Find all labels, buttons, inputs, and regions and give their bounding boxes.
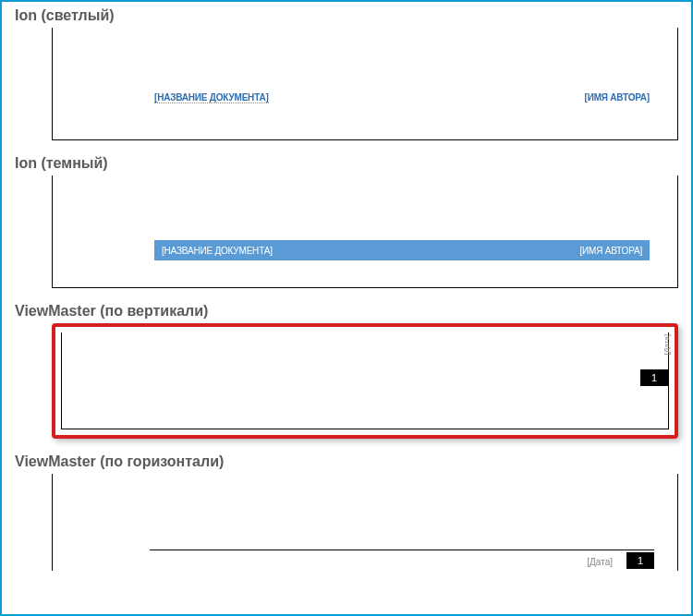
- section-title: ViewMaster (по вертикали): [15, 303, 678, 320]
- author-placeholder: [ИМЯ АВТОРА]: [580, 246, 642, 256]
- footer-preview-ion-light: [НАЗВАНИЕ ДОКУМЕНТА] [ИМЯ АВТОРА]: [52, 28, 678, 140]
- doc-title-placeholder: [НАЗВАНИЕ ДОКУМЕНТА]: [162, 246, 273, 256]
- horizontal-rule: [150, 550, 654, 550]
- date-placeholder: [Дата]: [587, 557, 613, 567]
- page-number-badge: 1: [626, 552, 654, 569]
- author-placeholder: [ИМЯ АВТОРА]: [585, 92, 650, 103]
- footer-style-ion-light[interactable]: Ion (светлый) [НАЗВАНИЕ ДОКУМЕНТА] [ИМЯ …: [2, 2, 691, 150]
- footer-style-viewmaster-horizontal[interactable]: ViewMaster (по горизонтали) [Дата] 1: [2, 448, 691, 580]
- date-placeholder: [Дата]: [663, 334, 671, 355]
- footer-preview-vm-vertical: [Дата] 1: [61, 332, 669, 429]
- footer-preview-ion-dark: [НАЗВАНИЕ ДОКУМЕНТА] [ИМЯ АВТОРА]: [52, 175, 678, 288]
- section-title: Ion (светлый): [15, 7, 678, 24]
- page-number-badge: 1: [640, 369, 668, 386]
- ion-light-content: [НАЗВАНИЕ ДОКУМЕНТА] [ИМЯ АВТОРА]: [154, 92, 650, 103]
- section-title: ViewMaster (по горизонтали): [15, 453, 678, 470]
- section-title: Ion (темный): [15, 155, 678, 172]
- selected-highlight: [Дата] 1: [52, 323, 678, 439]
- footer-preview-vm-horizontal: [Дата] 1: [52, 474, 678, 571]
- footer-style-viewmaster-vertical[interactable]: ViewMaster (по вертикали) [Дата] 1: [2, 297, 691, 448]
- doc-title-placeholder: [НАЗВАНИЕ ДОКУМЕНТА]: [154, 92, 269, 103]
- ion-dark-bar: [НАЗВАНИЕ ДОКУМЕНТА] [ИМЯ АВТОРА]: [154, 240, 650, 260]
- footer-style-ion-dark[interactable]: Ion (темный) [НАЗВАНИЕ ДОКУМЕНТА] [ИМЯ А…: [2, 150, 691, 297]
